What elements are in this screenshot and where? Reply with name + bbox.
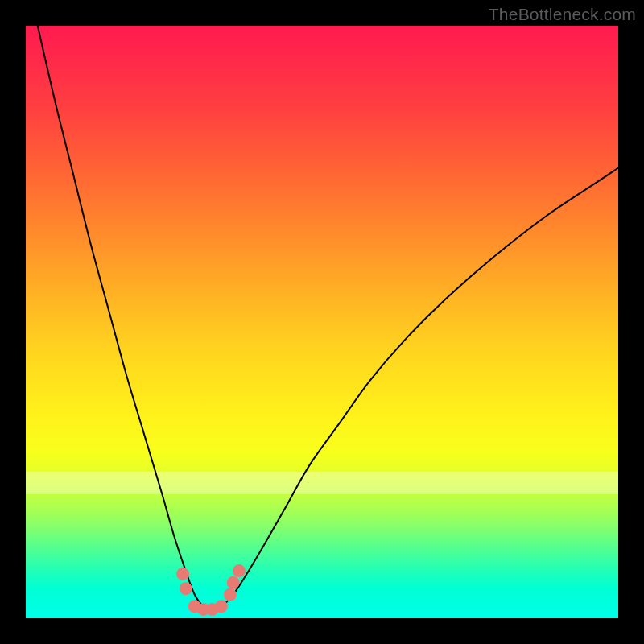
highlight-dot bbox=[176, 568, 189, 580]
highlight-dot bbox=[233, 564, 246, 577]
attribution-text: TheBottleneck.com bbox=[489, 5, 636, 24]
bottleneck-curve bbox=[38, 26, 618, 609]
highlight-dot bbox=[180, 582, 192, 595]
highlight-dots bbox=[176, 564, 246, 616]
highlight-dot bbox=[206, 603, 219, 616]
highlight-dot bbox=[188, 600, 201, 613]
highlight-band bbox=[26, 472, 618, 494]
highlight-dot bbox=[224, 588, 237, 601]
plot-area bbox=[26, 26, 618, 618]
highlight-dot bbox=[227, 576, 240, 589]
chart-frame: TheBottleneck.com bbox=[0, 0, 644, 644]
highlight-dot bbox=[215, 600, 228, 613]
chart-svg bbox=[26, 26, 618, 618]
highlight-dot bbox=[197, 603, 210, 616]
